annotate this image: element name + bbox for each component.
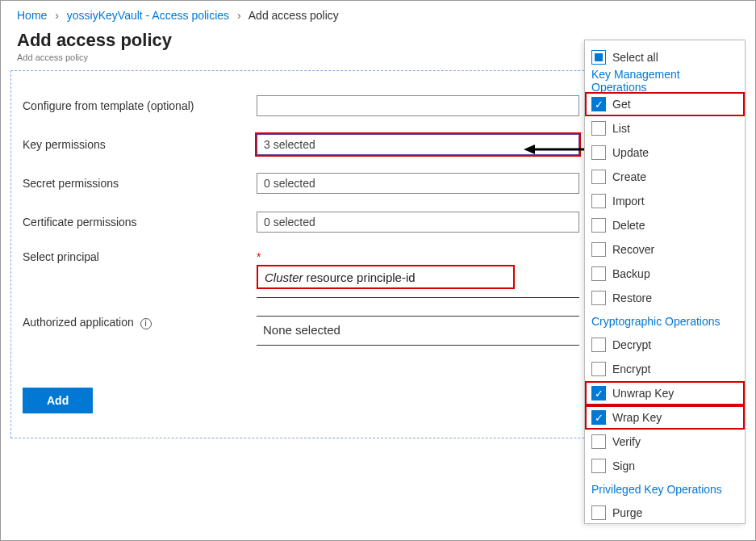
principal-selector[interactable]: Cluster resource principle-id xyxy=(257,265,515,289)
secret-permissions-label: Secret permissions xyxy=(23,177,257,190)
key-permissions-panel: Select all Key Management Operations Get… xyxy=(584,40,746,524)
checkbox-icon xyxy=(591,291,606,305)
checkbox-icon xyxy=(591,459,606,473)
authorized-application-label: Authorized application i xyxy=(23,316,257,329)
option-create[interactable]: Create xyxy=(585,165,745,189)
checkbox-icon xyxy=(591,170,606,184)
checkbox-icon xyxy=(591,242,606,257)
divider xyxy=(257,345,579,346)
checkbox-icon xyxy=(591,97,606,111)
principal-cluster-text: Cluster xyxy=(265,270,303,284)
template-dropdown[interactable] xyxy=(257,95,579,116)
checkbox-icon xyxy=(591,145,606,160)
info-icon[interactable]: i xyxy=(140,318,152,329)
secret-permissions-dropdown[interactable]: 0 selected xyxy=(257,173,579,194)
option-list[interactable]: List xyxy=(585,116,745,140)
checkbox-icon xyxy=(591,410,606,425)
key-permissions-dropdown[interactable]: 3 selected xyxy=(257,134,579,155)
chevron-right-icon: › xyxy=(237,9,241,22)
checkbox-icon xyxy=(591,505,606,520)
certificate-permissions-label: Certificate permissions xyxy=(23,216,257,229)
breadcrumb: Home › yossiyKeyVault - Access policies … xyxy=(1,1,755,27)
checkbox-icon xyxy=(591,434,606,449)
option-delete[interactable]: Delete xyxy=(585,213,745,237)
section-cryptographic: Cryptographic Operations xyxy=(585,310,745,333)
option-wrap-key[interactable]: Wrap Key xyxy=(585,405,745,430)
breadcrumb-current: Add access policy xyxy=(249,9,339,22)
checkbox-icon xyxy=(591,218,606,233)
checkbox-icon xyxy=(591,121,606,136)
option-recover[interactable]: Recover xyxy=(585,237,745,262)
breadcrumb-home[interactable]: Home xyxy=(17,9,47,22)
template-label: Configure from template (optional) xyxy=(23,99,257,112)
secret-permissions-value: 0 selected xyxy=(264,177,315,190)
option-unwrap-key[interactable]: Unwrap Key xyxy=(585,381,745,405)
option-backup[interactable]: Backup xyxy=(585,262,745,286)
checkbox-icon xyxy=(591,266,606,281)
section-key-management: Key Management Operations xyxy=(585,69,745,92)
option-restore[interactable]: Restore xyxy=(585,286,745,310)
key-permissions-value: 3 selected xyxy=(264,138,315,151)
select-all-option[interactable]: Select all xyxy=(585,45,745,69)
checkbox-icon xyxy=(591,338,606,352)
checkbox-icon xyxy=(591,386,606,401)
key-permissions-label: Key permissions xyxy=(23,138,257,151)
option-decrypt[interactable]: Decrypt xyxy=(585,333,745,357)
option-update[interactable]: Update xyxy=(585,140,745,165)
certificate-permissions-value: 0 selected xyxy=(264,216,315,229)
chevron-right-icon: › xyxy=(55,9,59,22)
checkbox-indeterminate-icon xyxy=(591,50,606,65)
select-principal-label: Select principal xyxy=(23,250,257,263)
option-get[interactable]: Get xyxy=(585,92,745,116)
certificate-permissions-dropdown[interactable]: 0 selected xyxy=(257,212,579,233)
option-purge[interactable]: Purge xyxy=(585,501,745,524)
option-encrypt[interactable]: Encrypt xyxy=(585,357,745,381)
divider xyxy=(257,297,579,298)
option-import[interactable]: Import xyxy=(585,189,745,213)
option-verify[interactable]: Verify xyxy=(585,430,745,454)
section-privileged: Privileged Key Operations xyxy=(585,478,745,501)
checkbox-icon xyxy=(591,194,606,208)
breadcrumb-keyvault[interactable]: yossiyKeyVault - Access policies xyxy=(67,9,229,22)
checkbox-icon xyxy=(591,362,606,376)
option-sign[interactable]: Sign xyxy=(585,454,745,478)
add-button[interactable]: Add xyxy=(23,388,93,413)
principal-rest-text: resource principle-id xyxy=(307,270,416,284)
